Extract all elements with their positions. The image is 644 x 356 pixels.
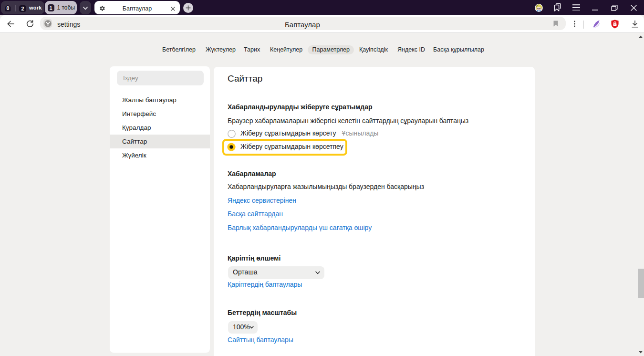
svg-text:0: 0: [7, 5, 10, 11]
